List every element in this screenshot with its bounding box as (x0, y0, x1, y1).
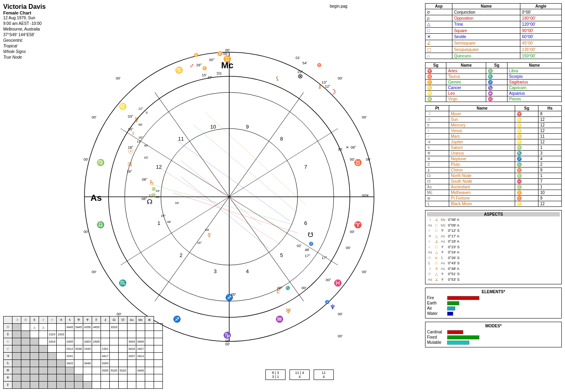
svg-text:08°: 08° (142, 178, 148, 182)
aspect-row: ⌂Quincunx150°00' (425, 53, 562, 59)
svg-text:♍: ♍ (152, 187, 156, 191)
svg-text:48': 48' (305, 248, 310, 252)
planet-row: ⚷Chiron♉9 (425, 167, 562, 173)
planet-row: ☊North Node♍1 (425, 173, 562, 179)
aspects-list-row: As□Mc0°09' A (427, 223, 560, 229)
svg-text:15': 15' (202, 73, 207, 77)
element-row: Fire (427, 296, 560, 300)
svg-text:13': 13' (137, 140, 141, 143)
svg-text:⚷: ⚷ (318, 83, 322, 90)
svg-text:00': 00' (366, 157, 371, 161)
svg-text:♂: ♂ (189, 62, 195, 70)
svg-text:☿: ☿ (208, 232, 211, 238)
planet-row: ♂Mars♋11 (425, 134, 562, 139)
svg-text:3: 3 (214, 268, 216, 274)
svg-text:♐: ♐ (325, 300, 330, 304)
svg-text:00': 00' (362, 270, 367, 274)
sg2-col-header: Sg (486, 63, 507, 68)
grid-data-row: ♇ (4, 382, 163, 389)
grid-data-row: ☿1S241A33 (4, 331, 163, 338)
svg-text:02': 02' (297, 244, 302, 248)
svg-text:00': 00' (92, 115, 97, 119)
svg-text:00': 00' (362, 115, 367, 119)
svg-text:S: S (146, 111, 148, 114)
svg-text:08°: 08° (351, 145, 356, 149)
svg-text:♌: ♌ (119, 102, 127, 110)
grid-data-row: ♄3A250A483S54 (4, 360, 163, 367)
svg-text:16°: 16° (197, 241, 202, 245)
planet-row: ⊗Pt Fortune♉9 (425, 196, 562, 201)
svg-text:♑: ♑ (223, 331, 231, 339)
planet-row: ♇Pluto♎2 (425, 162, 562, 167)
planet-row: ☽Moon♈8 (425, 111, 562, 117)
aspects-list-row: ♀□♆0°23' S (427, 245, 560, 250)
aspect-row: ∠Semisquare45°00' (425, 40, 562, 47)
svg-text:00': 00' (350, 230, 355, 234)
element-row: Air (427, 306, 560, 310)
planet-row: ☋South Node♓7 (425, 179, 562, 184)
svg-text:4: 4 (246, 268, 249, 274)
grid-data-row: ♆ (4, 374, 163, 382)
svg-text:✕: ✕ (366, 194, 369, 198)
svg-text:08°: 08° (142, 197, 147, 201)
aspects-list-panel: ASPECTS ☽∠Mc0°08' AAs□Mc0°09' A♂□♅0°12' … (425, 210, 562, 284)
svg-text:23°: 23° (298, 70, 303, 74)
svg-text:00': 00' (231, 292, 236, 296)
svg-text:00': 00' (117, 312, 121, 316)
svg-text:♊: ♊ (202, 66, 207, 71)
svg-text:43': 43' (144, 156, 148, 159)
svg-text:7: 7 (304, 164, 307, 170)
svg-text:☿: ☿ (135, 116, 139, 123)
grid-data-row: ♅3S055S205S200A08 (4, 367, 163, 374)
aspects-list-row: ♃△As0°17' A (427, 234, 560, 239)
svg-text:1: 1 (157, 220, 160, 226)
svg-text:19°: 19° (127, 169, 132, 174)
svg-text:03°: 03° (128, 114, 134, 118)
svg-text:⚸: ⚸ (275, 75, 279, 82)
svg-text:ℬS: ℬS (216, 71, 222, 76)
svg-text:00': 00' (346, 246, 351, 250)
svg-text:29°: 29° (196, 63, 202, 67)
sign-row: ♉Taurus♏Scorpio (425, 74, 562, 80)
svg-text:☽: ☽ (330, 88, 336, 96)
svg-text:17°: 17° (322, 256, 327, 260)
sign-row: ♋Cancer♑Capricorn (425, 85, 562, 91)
elements-panel: ELEMENTS* FireEarthAirWater (425, 288, 562, 318)
aspect-row: ρOpposition180°00' (425, 15, 562, 21)
svg-text:2: 2 (179, 252, 182, 258)
svg-text:00': 00' (84, 230, 88, 234)
svg-text:8: 8 (280, 136, 283, 142)
aspects-list-row: ☽∠Mc0°08' A (427, 217, 560, 223)
svg-text:♆: ♆ (330, 304, 335, 310)
svg-text:♓: ♓ (334, 279, 342, 287)
svg-text:♍: ♍ (97, 159, 105, 166)
planet-row: McMidheaven♊10 (425, 190, 562, 196)
sign-row: ♊Gemini♐Sagittarius (425, 80, 562, 85)
aspects-list-row: ☉△♆0°51' S (427, 272, 560, 277)
svg-text:♏: ♏ (119, 279, 127, 287)
svg-text:47': 47' (208, 76, 212, 80)
aspect-grid-table: ☽☉☿♀♂♃♄♅♆♇⚷☊☋AsMc⊗☉△△4A455A454S564A553S2… (3, 316, 163, 389)
sign-row: ♌Leo♒Aquarius (425, 91, 562, 96)
element-row: Earth (427, 301, 560, 305)
planet-row: ☿Mercury♌12 (425, 122, 562, 128)
svg-text:12°: 12° (325, 84, 331, 88)
pt-col-header: Pt (425, 106, 449, 111)
svg-line-128 (153, 185, 294, 225)
svg-text:12°: 12° (138, 107, 143, 110)
aspects-list-row: ♂□♅0°12' S (427, 228, 560, 234)
svg-text:14°: 14° (128, 127, 134, 131)
svg-text:11: 11 (178, 136, 184, 142)
svg-text:18°: 18° (128, 145, 134, 149)
svg-text:10: 10 (210, 124, 216, 130)
svg-text:18°: 18° (138, 136, 143, 139)
svg-text:13°: 13° (322, 80, 327, 84)
svg-text:00': 00' (302, 286, 306, 290)
svg-text:56': 56' (138, 123, 143, 127)
aspects-panel-title: ASPECTS (427, 212, 560, 216)
planet-row: ♄Saturn♍1 (425, 145, 562, 151)
grid-header-row: ☽☉☿♀♂♃♄♅♆♇⚷☊☋AsMc⊗ (4, 316, 163, 324)
svg-text:♈: ♈ (354, 221, 362, 229)
planet-row: ♀Venus♌12 (425, 128, 562, 134)
planet-row: ♆Neptune♐4 (425, 156, 562, 162)
